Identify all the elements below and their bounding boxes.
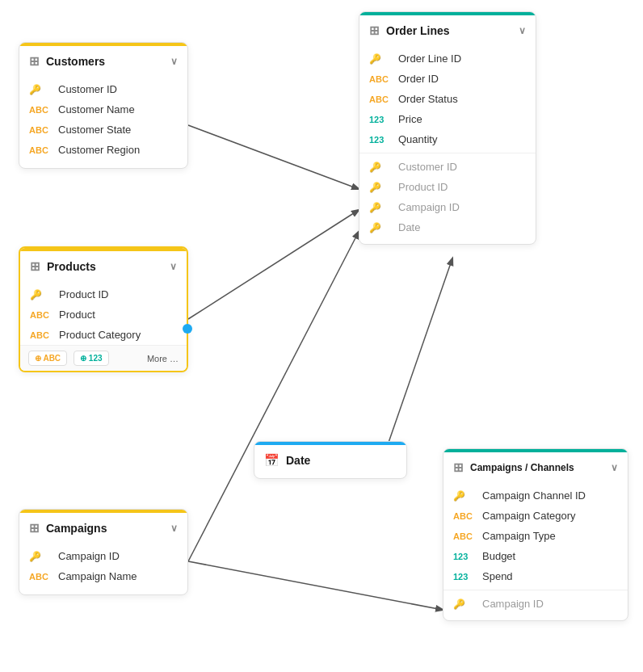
campaigns-chevron[interactable]: ∨ xyxy=(170,523,178,534)
customers-field-1-type: ABC xyxy=(29,105,52,115)
products-chevron[interactable]: ∨ xyxy=(170,261,177,272)
cc-field-2-label: Campaign Type xyxy=(482,530,556,542)
cc-fk-0[interactable]: 🔑 Campaign ID xyxy=(443,594,628,614)
products-field-1-label: Product xyxy=(59,309,95,321)
order-lines-fk-1-type: 🔑 xyxy=(369,182,392,193)
date-header[interactable]: 📅 Date xyxy=(254,442,406,478)
products-field-0-label: Product ID xyxy=(59,288,108,300)
order-lines-field-2-label: Order Status xyxy=(398,93,458,105)
campaigns-channels-chevron[interactable]: ∨ xyxy=(611,462,618,473)
customers-table: ⊞ Customers ∨ 🔑 Customer ID ABC Customer… xyxy=(19,42,188,169)
svg-line-3 xyxy=(188,561,443,610)
customers-field-3-label: Customer Region xyxy=(58,144,140,156)
campaigns-channels-title: Campaigns / Channels xyxy=(470,462,574,473)
order-lines-field-1-type: ABC xyxy=(369,74,392,84)
campaigns-channels-table: ⊞ Campaigns / Channels ∨ 🔑 Campaign Chan… xyxy=(443,448,628,621)
customers-field-2-label: Customer State xyxy=(58,124,131,136)
order-lines-table: ⊞ Order Lines ∨ 🔑 Order Line ID ABC Orde… xyxy=(359,11,536,245)
products-field-1[interactable]: ABC Product xyxy=(20,304,187,325)
customers-field-2-type: ABC xyxy=(29,125,52,135)
order-lines-fk-1[interactable]: 🔑 Product ID xyxy=(359,177,536,197)
order-lines-field-0[interactable]: 🔑 Order Line ID xyxy=(359,48,536,69)
svg-line-2 xyxy=(383,258,452,459)
cc-fk-0-type: 🔑 xyxy=(453,598,476,610)
order-lines-fk-0[interactable]: 🔑 Customer ID xyxy=(359,157,536,177)
customers-header[interactable]: ⊞ Customers ∨ xyxy=(19,43,187,79)
cc-field-4[interactable]: 123 Spend xyxy=(443,566,628,586)
order-lines-field-4-label: Quantity xyxy=(398,133,437,145)
customers-chevron[interactable]: ∨ xyxy=(170,56,178,67)
cc-divider xyxy=(443,590,628,590)
order-lines-fk-2-label: Campaign ID xyxy=(398,201,460,213)
campaigns-field-0-label: Campaign ID xyxy=(58,550,120,562)
cc-field-4-type: 123 xyxy=(453,572,476,582)
add-abc-button[interactable]: ⊕ ABC xyxy=(28,351,67,366)
cc-field-3-type: 123 xyxy=(453,552,476,561)
products-table-icon: ⊞ xyxy=(30,259,40,274)
cc-field-3-label: Budget xyxy=(482,550,515,562)
order-lines-field-4-type: 123 xyxy=(369,135,392,145)
cc-field-2[interactable]: ABC Campaign Type xyxy=(443,526,628,546)
campaigns-field-1-type: ABC xyxy=(29,572,52,582)
customers-field-1[interactable]: ABC Customer Name xyxy=(19,99,187,120)
order-lines-field-1-label: Order ID xyxy=(398,73,439,85)
customers-field-0-type: 🔑 xyxy=(29,84,52,95)
order-lines-fk-2[interactable]: 🔑 Campaign ID xyxy=(359,197,536,217)
order-lines-fk-3-type: 🔑 xyxy=(369,222,392,233)
more-button[interactable]: More … xyxy=(147,354,179,363)
svg-line-1 xyxy=(188,210,359,319)
add-abc-icon: ⊕ ABC xyxy=(35,354,61,363)
order-lines-fk-0-label: Customer ID xyxy=(398,161,457,173)
order-lines-fk-3[interactable]: 🔑 Date xyxy=(359,217,536,237)
customers-title: Customers xyxy=(46,55,105,68)
order-lines-field-3-type: 123 xyxy=(369,115,392,124)
order-lines-fk-0-type: 🔑 xyxy=(369,162,392,173)
products-field-2-label: Product Category xyxy=(59,329,141,341)
connector-dot xyxy=(183,324,192,334)
campaigns-title: Campaigns xyxy=(46,522,107,535)
order-lines-field-2-type: ABC xyxy=(369,94,392,104)
order-lines-fk-3-label: Date xyxy=(398,221,420,233)
svg-line-0 xyxy=(188,125,359,189)
cc-field-1-type: ABC xyxy=(453,511,476,521)
order-lines-table-icon: ⊞ xyxy=(369,23,380,38)
order-lines-field-2[interactable]: ABC Order Status xyxy=(359,89,536,109)
customers-field-2[interactable]: ABC Customer State xyxy=(19,120,187,140)
order-lines-header[interactable]: ⊞ Order Lines ∨ xyxy=(359,12,536,48)
add-123-button[interactable]: ⊕ 123 xyxy=(74,351,108,366)
products-footer: ⊕ ABC ⊕ 123 More … xyxy=(20,345,187,371)
cc-field-1[interactable]: ABC Campaign Category xyxy=(443,506,628,526)
cc-fk-0-label: Campaign ID xyxy=(482,598,544,610)
products-field-0[interactable]: 🔑 Product ID xyxy=(20,284,187,304)
order-lines-field-4[interactable]: 123 Quantity xyxy=(359,129,536,149)
products-field-1-type: ABC xyxy=(30,310,53,320)
order-lines-fk-1-label: Product ID xyxy=(398,181,448,193)
order-lines-divider xyxy=(359,153,536,153)
order-lines-chevron[interactable]: ∨ xyxy=(519,25,526,36)
order-lines-field-1[interactable]: ABC Order ID xyxy=(359,69,536,89)
products-field-2[interactable]: ABC Product Category xyxy=(20,325,187,345)
date-title: Date xyxy=(286,454,310,467)
campaigns-field-0[interactable]: 🔑 Campaign ID xyxy=(19,546,187,566)
campaigns-header[interactable]: ⊞ Campaigns ∨ xyxy=(19,510,187,546)
campaigns-table-icon: ⊞ xyxy=(29,521,40,536)
customers-field-3[interactable]: ABC Customer Region xyxy=(19,140,187,160)
order-lines-title: Order Lines xyxy=(386,24,450,37)
campaigns-channels-table-icon: ⊞ xyxy=(453,460,464,475)
order-lines-fk-2-type: 🔑 xyxy=(369,202,392,213)
products-field-2-type: ABC xyxy=(30,330,53,340)
customers-field-3-type: ABC xyxy=(29,145,52,155)
add-123-icon: ⊕ 123 xyxy=(80,354,102,363)
cc-field-3[interactable]: 123 Budget xyxy=(443,546,628,566)
customers-field-0-label: Customer ID xyxy=(58,83,117,95)
order-lines-field-3[interactable]: 123 Price xyxy=(359,109,536,129)
campaigns-channels-header[interactable]: ⊞ Campaigns / Channels ∨ xyxy=(443,449,628,485)
order-lines-field-0-type: 🔑 xyxy=(369,53,392,65)
cc-field-0[interactable]: 🔑 Campaign Channel ID xyxy=(443,485,628,506)
products-field-0-type: 🔑 xyxy=(30,289,53,300)
customers-field-0[interactable]: 🔑 Customer ID xyxy=(19,79,187,99)
products-header[interactable]: ⊞ Products ∨ xyxy=(20,248,187,284)
date-table: 📅 Date xyxy=(254,441,407,479)
campaigns-table: ⊞ Campaigns ∨ 🔑 Campaign ID ABC Campaign… xyxy=(19,509,188,595)
campaigns-field-1[interactable]: ABC Campaign Name xyxy=(19,566,187,586)
